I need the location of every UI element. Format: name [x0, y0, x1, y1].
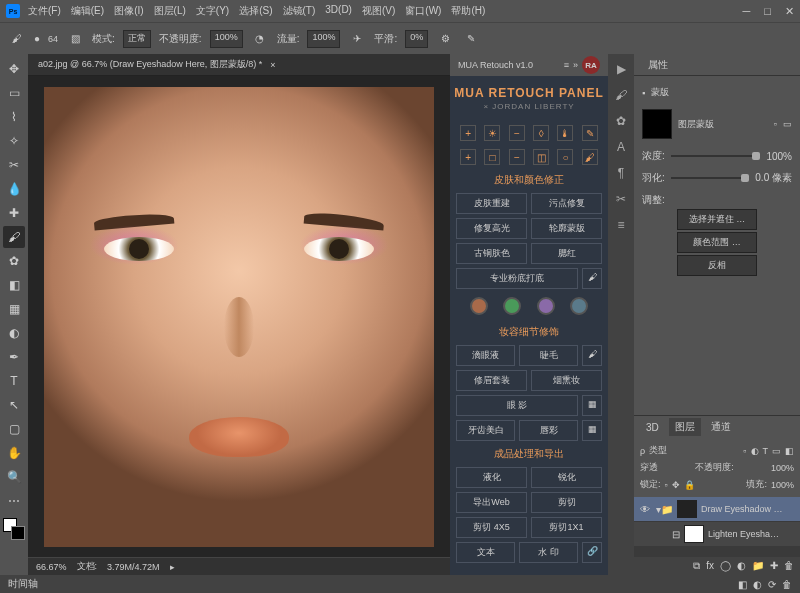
color-range-button[interactable]: 颜色范围 … [677, 232, 757, 253]
btn-watermark[interactable]: 水 印 [519, 542, 578, 563]
drop-icon[interactable]: ◊ [533, 125, 549, 141]
brush-small-icon[interactable]: 🖌 [582, 268, 602, 289]
pixel-mask-icon[interactable]: ▫ [774, 119, 777, 129]
lock-all-icon[interactable]: 🔒 [684, 480, 695, 490]
scissors-icon[interactable]: ✂ [616, 192, 626, 206]
lasso-tool-icon[interactable]: ⌇ [3, 106, 25, 128]
opacity-input[interactable]: 100% [210, 30, 243, 48]
btn-crop-4x5[interactable]: 剪切 4X5 [456, 517, 527, 538]
list-icon[interactable]: ≡ [617, 218, 624, 232]
type-tool-icon[interactable]: T [3, 370, 25, 392]
btn-bronze[interactable]: 古铜肤色 [456, 243, 527, 264]
hand-tool-icon[interactable]: ✋ [3, 442, 25, 464]
smooth-input[interactable]: 0% [405, 30, 428, 48]
status-arrow-icon[interactable]: ▸ [170, 562, 175, 572]
brush-tool-icon[interactable]: 🖌 [3, 226, 25, 248]
layer-row[interactable]: ⊟ Lighten Eyesha… [634, 522, 800, 547]
zoom-tool-icon[interactable]: 🔍 [3, 466, 25, 488]
btn-eyedrop[interactable]: 滴眼液 [456, 345, 515, 366]
btn-export-web[interactable]: 导出Web [456, 492, 527, 513]
menu-view[interactable]: 视图(V) [362, 4, 395, 18]
menu-layer[interactable]: 图层(L) [154, 4, 186, 18]
lock-position-icon[interactable]: ✥ [672, 480, 680, 490]
edit-toolbar-icon[interactable]: ⋯ [3, 490, 25, 512]
minus-icon[interactable]: − [509, 125, 525, 141]
pencil-icon[interactable]: ✎ [582, 125, 598, 141]
dodge-tool-icon[interactable]: ◐ [3, 322, 25, 344]
btn-whiten[interactable]: 牙齿美白 [456, 420, 515, 441]
para-panel-icon[interactable]: ¶ [618, 166, 624, 180]
adjustment-icon[interactable]: ◐ [737, 560, 746, 572]
visibility-icon[interactable]: 👁 [640, 504, 652, 515]
pressure-size-icon[interactable]: ✎ [462, 30, 480, 48]
plugin-menu-icon[interactable]: ≡ [564, 60, 569, 70]
zoom-level[interactable]: 66.67% [36, 562, 67, 572]
filter-type-icon[interactable]: T [763, 446, 769, 456]
tl-icon-1[interactable]: ◧ [738, 579, 747, 590]
clone-panel-icon[interactable]: ✿ [616, 114, 626, 128]
color-swatch[interactable] [3, 518, 25, 540]
heal-tool-icon[interactable]: ✚ [3, 202, 25, 224]
menu-image[interactable]: 图像(I) [114, 4, 143, 18]
btn-rebuild-skin[interactable]: 皮肤重建 [456, 193, 527, 214]
eraser-icon[interactable]: ◫ [533, 149, 549, 165]
menu-file[interactable]: 文件(F) [28, 4, 61, 18]
layer-row-collapsed[interactable] [634, 547, 800, 557]
tl-icon-2[interactable]: ◐ [753, 579, 762, 590]
link-layers-icon[interactable]: ⧉ [693, 560, 700, 572]
fx-icon[interactable]: fx [706, 560, 714, 572]
flow-input[interactable]: 100% [307, 30, 340, 48]
layer-kind[interactable]: 类型 [649, 444, 667, 457]
mask-thumb[interactable] [642, 109, 672, 139]
menu-filter[interactable]: 滤镜(T) [283, 4, 316, 18]
plus-icon[interactable]: + [460, 125, 476, 141]
btn-crop[interactable]: 剪切 [531, 492, 602, 513]
menu-3d[interactable]: 3D(D) [325, 4, 352, 18]
filter-pixel-icon[interactable]: ▫ [743, 446, 746, 456]
tab-channels[interactable]: 通道 [705, 418, 737, 436]
grid-icon-2[interactable]: ▦ [582, 420, 602, 441]
box-icon[interactable]: □ [484, 149, 500, 165]
btn-lash[interactable]: 睫毛 [519, 345, 578, 366]
btn-spot-fix[interactable]: 污点修复 [531, 193, 602, 214]
layer-name[interactable]: Draw Eyeshadow … [701, 504, 794, 514]
properties-tab[interactable]: 属性 [642, 56, 674, 74]
menu-help[interactable]: 帮助(H) [451, 4, 485, 18]
density-value[interactable]: 100% [766, 151, 792, 162]
tab-layers[interactable]: 图层 [669, 418, 701, 436]
airbrush-icon[interactable]: ✈ [348, 30, 366, 48]
document-tab[interactable]: a02.jpg @ 66.7% (Draw Eyeshadow Here, 图层… [28, 54, 450, 76]
brush-panel-icon[interactable]: ▧ [66, 30, 84, 48]
select-and-mask-button[interactable]: 选择并遮住 … [677, 209, 757, 230]
filter-shape-icon[interactable]: ▭ [772, 446, 781, 456]
feather-slider[interactable] [671, 177, 750, 179]
marquee-tool-icon[interactable]: ▭ [3, 82, 25, 104]
gradient-tool-icon[interactable]: ▦ [3, 298, 25, 320]
group-icon[interactable]: 📁 [752, 560, 764, 572]
path-tool-icon[interactable]: ↖ [3, 394, 25, 416]
btn-contour-mask[interactable]: 轮廓蒙版 [531, 218, 602, 239]
canvas[interactable] [28, 76, 450, 557]
close-icon[interactable]: ✕ [785, 5, 794, 18]
blend-mode[interactable]: 穿透 [640, 461, 658, 474]
btn-foundation[interactable]: 专业粉底打底 [456, 268, 578, 289]
filter-smart-icon[interactable]: ◧ [785, 446, 794, 456]
trash-icon[interactable]: 🗑 [784, 560, 794, 572]
btn-sharpen[interactable]: 锐化 [531, 467, 602, 488]
color-dot-3[interactable] [537, 297, 555, 315]
tl-icon-3[interactable]: ⟳ [768, 579, 776, 590]
btn-liquify[interactable]: 液化 [456, 467, 527, 488]
menu-edit[interactable]: 编辑(E) [71, 4, 104, 18]
menu-select[interactable]: 选择(S) [239, 4, 272, 18]
tab-close-icon[interactable]: × [270, 60, 275, 70]
layer-opacity[interactable]: 100% [771, 463, 794, 473]
plugin-collapse-icon[interactable]: » [573, 60, 578, 70]
color-dot-2[interactable] [503, 297, 521, 315]
menu-type[interactable]: 文字(Y) [196, 4, 229, 18]
btn-lipgloss[interactable]: 唇彩 [519, 420, 578, 441]
maximize-icon[interactable]: □ [764, 5, 771, 18]
color-dot-1[interactable] [470, 297, 488, 315]
new-layer-icon[interactable]: ✚ [770, 560, 778, 572]
stamp-tool-icon[interactable]: ✿ [3, 250, 25, 272]
brush-panel-icon[interactable]: 🖌 [615, 88, 627, 102]
